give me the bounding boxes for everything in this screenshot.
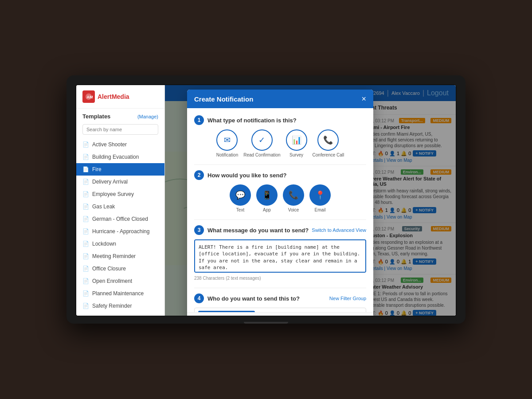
- type-read-confirmation[interactable]: ✓ Read Confirmation: [243, 129, 280, 157]
- sidebar-item-safety-reminder[interactable]: 📄 Safety Reminder: [76, 300, 164, 312]
- sidebar: AM AlertMedia Templates (Manage) 📄 A: [76, 85, 165, 316]
- document-icon: 📄: [82, 303, 89, 309]
- sidebar-item-delivery-arrival[interactable]: 📄 Delivery Arrival: [76, 176, 164, 188]
- modal-header: Create Notification ×: [187, 90, 373, 108]
- voice-icon: 📞: [283, 184, 304, 206]
- close-button[interactable]: ×: [361, 95, 366, 103]
- advanced-view-link[interactable]: Switch to Advanced View: [312, 227, 366, 233]
- document-icon: 📄: [82, 203, 89, 210]
- step-1-number: 1: [194, 115, 204, 125]
- sidebar-item-fire[interactable]: 📄 Fire: [76, 163, 164, 176]
- document-icon: 📄: [82, 253, 89, 259]
- sidebar-item-gas-leak[interactable]: 📄 Gas Leak: [76, 200, 164, 213]
- document-icon: 📄: [82, 228, 89, 235]
- main-area: Globex Incorporated | (312) 667-2694 | A…: [165, 85, 456, 316]
- document-icon: 📄: [82, 278, 89, 284]
- type-conference-call[interactable]: 📞 Conference Call: [313, 129, 344, 157]
- notification-icon: ✉: [216, 129, 238, 151]
- step-3-question: What message do you want to send?: [207, 227, 309, 234]
- message-textarea[interactable]: ALERT! There is a fire in [building name…: [194, 239, 366, 273]
- recipients-box[interactable]: Chicago Office (HQ) ×: [194, 308, 366, 312]
- method-voice[interactable]: 📞 Voice: [283, 184, 304, 212]
- document-icon: 📄: [82, 191, 89, 197]
- read-confirmation-icon: ✓: [251, 129, 273, 151]
- sidebar-item-meeting-reminder[interactable]: 📄 Meeting Reminder: [76, 250, 164, 262]
- document-icon: 📄: [82, 141, 89, 148]
- document-icon: 📄: [82, 290, 89, 297]
- sidebar-item-active-shooter[interactable]: 📄 Active Shooter: [76, 138, 164, 151]
- email-icon: 📍: [309, 184, 331, 206]
- type-survey[interactable]: 📊 Survey: [286, 129, 307, 157]
- modal-footer: Preview and Send Test Schedule Send Now: [187, 312, 373, 316]
- char-count: 238 Characters (2 text messages): [194, 276, 366, 281]
- conference-call-icon: 📞: [317, 129, 339, 151]
- logo-text: AlertMedia: [98, 93, 129, 100]
- step-2-number: 2: [194, 170, 204, 180]
- create-notification-modal: Create Notification × 1 What type of not…: [187, 90, 373, 316]
- step-2-question: How would you like to send?: [207, 172, 286, 179]
- document-icon: 📄: [82, 154, 89, 160]
- sidebar-item-employee-survey[interactable]: 📄 Employee Survey: [76, 188, 164, 200]
- document-icon: 📄: [82, 179, 89, 185]
- step-2: 2 How would you like to send? 💬 Text 📱: [194, 170, 366, 212]
- step-3: 3 What message do you want to send? Swit…: [194, 225, 366, 281]
- step-3-number: 3: [194, 225, 204, 235]
- new-filter-link[interactable]: New Filter Group: [329, 296, 366, 301]
- sidebar-item-open-enrollment[interactable]: 📄 Open Enrollment: [76, 275, 164, 287]
- search-input[interactable]: [82, 124, 158, 135]
- step-4-number: 4: [194, 293, 204, 303]
- document-icon: 📄: [82, 241, 89, 247]
- method-email[interactable]: 📍 Email: [309, 184, 331, 212]
- method-app[interactable]: 📱 App: [256, 184, 278, 212]
- document-icon: 📄: [82, 216, 89, 222]
- step-1-question: What type of notification is this?: [207, 117, 297, 124]
- templates-title: Templates: [82, 113, 110, 120]
- app-icon: 📱: [256, 184, 278, 206]
- svg-text:AM: AM: [87, 95, 93, 99]
- sidebar-item-german-office-closed[interactable]: 📄 German - Office Closed: [76, 213, 164, 225]
- type-notification[interactable]: ✉ Notification: [216, 129, 238, 157]
- text-icon: 💬: [230, 184, 251, 206]
- step-4: 4 Who do you want to send this to? New F…: [194, 293, 366, 312]
- document-icon: 📄: [82, 266, 89, 272]
- modal-body: 1 What type of notification is this? ✉ N…: [187, 108, 373, 312]
- document-icon: 📄: [82, 166, 89, 172]
- sidebar-item-planned-maintenance[interactable]: 📄 Planned Maintenance: [76, 287, 164, 300]
- method-text[interactable]: 💬 Text: [230, 184, 251, 212]
- logo: AM AlertMedia: [76, 85, 164, 109]
- send-methods: 💬 Text 📱 App 📞 Voice: [194, 184, 366, 212]
- logo-icon: AM: [82, 90, 95, 103]
- manage-link[interactable]: (Manage): [137, 114, 158, 119]
- notification-types: ✉ Notification ✓ Read Confirmation 📊 Sur…: [194, 129, 366, 157]
- sidebar-item-building-evacuation[interactable]: 📄 Building Evacuation: [76, 151, 164, 163]
- recipient-tag: Chicago Office (HQ) ×: [198, 311, 255, 312]
- sidebar-item-office-closure[interactable]: 📄 Office Closure: [76, 262, 164, 275]
- step-4-question: Who do you want to send this to?: [207, 295, 300, 302]
- sidebar-item-lockdown[interactable]: 📄 Lockdown: [76, 238, 164, 250]
- sidebar-item-hurricane-approaching[interactable]: 📄 Hurricane - Approaching: [76, 225, 164, 238]
- modal-title: Create Notification: [194, 95, 253, 103]
- step-1: 1 What type of notification is this? ✉ N…: [194, 115, 366, 157]
- survey-icon: 📊: [286, 129, 307, 151]
- search-container: [76, 122, 164, 138]
